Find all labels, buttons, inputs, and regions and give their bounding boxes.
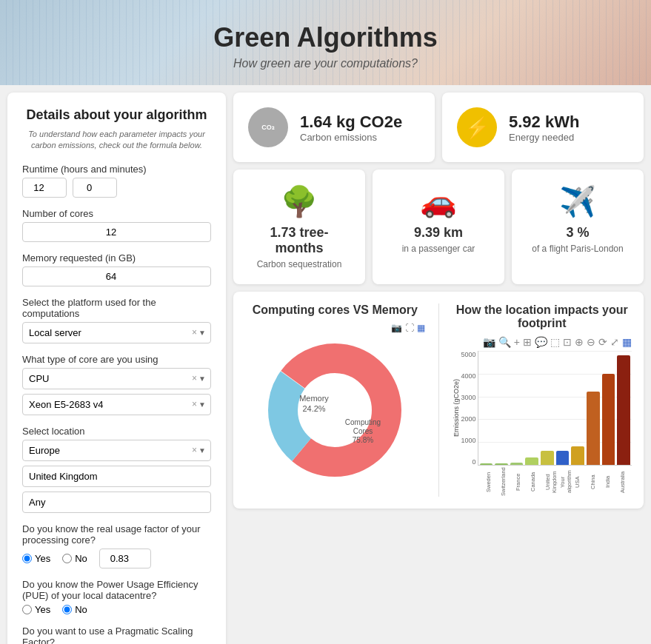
runtime-group: Runtime (hours and minutes): [22, 164, 211, 198]
pue-no-label[interactable]: No: [62, 604, 87, 615]
usage-yes-text: Yes: [35, 553, 50, 564]
bar-reset-icon[interactable]: ⟳: [598, 336, 607, 348]
header-subtitle: How green are your computations?: [15, 57, 636, 70]
bar-autoscale-icon[interactable]: ⤢: [610, 336, 619, 348]
bar-zoom-icon[interactable]: 🔍: [498, 336, 511, 348]
donut-container: Memory 24.2% Computing Cores 75.8%: [245, 336, 425, 484]
runtime-hours-input[interactable]: [22, 178, 67, 198]
left-panel: Details about your algorithm To understa…: [7, 93, 226, 644]
core-type-clear-icon[interactable]: ×: [192, 373, 197, 383]
memory-input[interactable]: [22, 266, 211, 286]
bar-rect-1[interactable]: [495, 463, 508, 465]
donut-expand-icon[interactable]: ⛶: [405, 323, 414, 333]
platform-label: Select the platform used for the computa…: [22, 297, 211, 319]
energy-value: 5.92 kWh: [509, 113, 579, 132]
pue-yes-label[interactable]: Yes: [22, 604, 50, 615]
usage-yes-label[interactable]: Yes: [22, 553, 50, 564]
comparison-car-card: 🚗 9.39 km in a passenger car: [373, 170, 504, 284]
pue-no-radio[interactable]: [62, 605, 72, 614]
core-type-select-wrapper[interactable]: CPU GPU × ▼: [22, 368, 211, 389]
energy-label: Energy needed: [509, 132, 579, 143]
core-model-select-wrapper[interactable]: Xeon E5-2683 v4 × ▼: [22, 394, 211, 415]
bar-lasso-icon[interactable]: ⊡: [563, 336, 572, 348]
core-model-clear-icon[interactable]: ×: [192, 399, 197, 409]
flight-icon: ✈️: [559, 184, 596, 219]
x-labels-row: SwedenSwitzerlandFranceCanadaUnited King…: [453, 467, 632, 497]
core-type-select[interactable]: CPU GPU: [23, 369, 210, 389]
bar-tooltip-icon[interactable]: 💬: [535, 336, 547, 348]
bar-camera-icon[interactable]: 📷: [483, 336, 495, 348]
computing-percent-text: 75.8%: [353, 436, 373, 444]
bar-item-5: [556, 351, 570, 465]
charts-row: Computing cores VS Memory 📷 ⛶ ▦: [233, 292, 644, 509]
bar-rect-3[interactable]: [525, 457, 538, 465]
runtime-minutes-input[interactable]: [73, 178, 117, 198]
computing-label-text: Computing: [345, 418, 381, 426]
x-label-3: Canada: [530, 467, 542, 497]
bar-chart-title: How the location impacts your footprint: [453, 303, 632, 330]
flight-label: of a flight Paris-London: [532, 244, 623, 254]
bar-pan-icon[interactable]: ⊞: [523, 336, 532, 348]
usage-value-input[interactable]: [99, 549, 151, 568]
core-type-label: What type of core are you using: [22, 354, 211, 365]
platform-clear-icon[interactable]: ×: [192, 327, 197, 338]
runtime-label: Runtime (hours and minutes): [22, 164, 211, 175]
location-region-input[interactable]: [22, 492, 211, 513]
platform-group: Select the platform used for the computa…: [22, 297, 211, 343]
bar-item-8: [602, 351, 615, 465]
cores-label: Number of cores: [22, 208, 211, 219]
donut-chart-section: Computing cores VS Memory 📷 ⛶ ▦: [245, 303, 425, 497]
core-model-select[interactable]: Xeon E5-2683 v4: [23, 395, 210, 415]
bar-zoom-out-icon[interactable]: ⊖: [587, 336, 595, 348]
donut-camera-icon[interactable]: 📷: [391, 323, 402, 333]
chart-divider: [438, 303, 439, 497]
pue-yes-radio[interactable]: [22, 605, 32, 614]
x-label-8: India: [604, 467, 617, 497]
location-continent-wrapper[interactable]: Europe North America Asia × ▼: [22, 440, 211, 461]
psf-label: Do you want to use a Pragmatic Scaling F…: [22, 625, 211, 644]
bar-rect-2[interactable]: [510, 463, 524, 465]
comparison-row: 🌳 1.73 tree-months Carbon sequestration …: [233, 170, 644, 284]
cores-input[interactable]: [22, 222, 211, 242]
tree-label: Carbon sequestration: [257, 259, 342, 269]
platform-select-wrapper[interactable]: Local server Cloud × ▼: [22, 322, 211, 343]
bar-rect-0[interactable]: [480, 463, 493, 465]
usage-no-radio[interactable]: [62, 554, 72, 563]
bar-rect-5[interactable]: [556, 451, 570, 465]
bar-rect-6[interactable]: [571, 446, 584, 465]
psf-group: Do you want to use a Pragmatic Scaling F…: [22, 625, 211, 644]
bar-select-icon[interactable]: ⬚: [550, 336, 560, 348]
car-icon: 🚗: [420, 184, 457, 219]
usage-no-label[interactable]: No: [62, 553, 87, 564]
bar-toggle-icon[interactable]: ▦: [622, 336, 632, 348]
usage-group: Do you know the real usage factor of you…: [22, 523, 211, 568]
location-continent-clear-icon[interactable]: ×: [192, 445, 197, 455]
donut-bars-icon[interactable]: ▦: [417, 323, 425, 333]
bar-rect-4[interactable]: [541, 451, 554, 465]
pue-yes-text: Yes: [35, 604, 50, 615]
computing-label2-text: Cores: [353, 427, 373, 435]
bar-rect-7[interactable]: [587, 392, 600, 465]
memory-percent-text: 24.2%: [303, 404, 326, 413]
bars-area: [478, 351, 632, 466]
flight-value: 3 %: [566, 225, 589, 241]
bar-rect-9[interactable]: [617, 355, 630, 465]
usage-yes-radio[interactable]: [22, 554, 32, 563]
memory-group: Memory requested (in GB): [22, 252, 211, 286]
header-title: Green Algorithms: [15, 22, 636, 53]
platform-select[interactable]: Local server Cloud: [23, 323, 210, 343]
location-country-input[interactable]: [22, 466, 211, 487]
tree-value: 1.73 tree-months: [248, 225, 350, 256]
bar-item-0: [480, 351, 493, 465]
bar-crosshair-icon[interactable]: +: [514, 336, 520, 348]
car-label: in a passenger car: [402, 244, 475, 254]
usage-label: Do you know the real usage factor of you…: [22, 523, 211, 546]
pue-radio-group: Yes No: [22, 604, 211, 615]
left-panel-subtitle: To understand how each parameter impacts…: [22, 129, 211, 152]
cores-group: Number of cores: [22, 208, 211, 242]
bar-rect-8[interactable]: [602, 374, 615, 465]
location-continent-select[interactable]: Europe North America Asia: [23, 440, 210, 460]
bar-item-3: [525, 351, 538, 465]
pue-label: Do you know the Power Usage Efficiency (…: [22, 579, 211, 601]
bar-zoom-in-icon[interactable]: ⊕: [575, 336, 584, 348]
